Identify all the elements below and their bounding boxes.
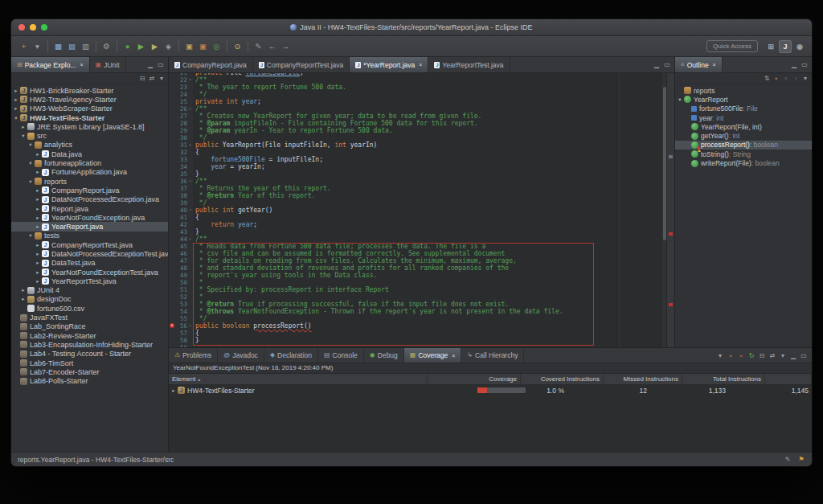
editor-tab-companyreporttest-java[interactable]: JCompanyReportTest.java xyxy=(253,57,350,72)
writable-indicator-icon[interactable]: ✎ xyxy=(784,456,792,463)
overview-ruler[interactable] xyxy=(666,73,674,347)
expand-arrow-icon[interactable]: ▾ xyxy=(27,160,34,166)
tree-item[interactable]: ▾reports xyxy=(11,177,168,186)
tree-item[interactable]: ▸JYearReportTest.java xyxy=(11,277,168,285)
column-header-covered-instructions[interactable]: Covered Instructions xyxy=(521,374,604,384)
minimize-view-icon[interactable]: ▁ xyxy=(789,352,797,359)
run-icon[interactable]: ▶ xyxy=(135,39,147,53)
column-header-coverage[interactable]: Coverage xyxy=(428,374,521,384)
expand-arrow-icon[interactable]: ▾ xyxy=(27,232,34,239)
expand-arrow-icon[interactable]: ▸ xyxy=(13,88,19,94)
expand-arrow-icon[interactable]: ▾ xyxy=(27,141,34,148)
tree-item[interactable]: ▸JHW1-BrickBreaker-Starter xyxy=(11,86,168,95)
outline-item[interactable]: ▾YearReport xyxy=(675,95,812,104)
tree-item[interactable]: ▾fortuneapplication xyxy=(11,158,168,167)
editor-tab-companyreport-java[interactable]: JCompanyReport.java xyxy=(169,57,253,72)
expand-arrow-icon[interactable]: ▾ xyxy=(677,96,683,103)
titlebar[interactable]: Java II - HW4-TextFiles-Starter/src/repo… xyxy=(11,19,812,36)
tree-item[interactable]: ▸JCompanyReportTest.java xyxy=(11,240,168,249)
tab-package-explo[interactable]: ⊞Package Explo...× xyxy=(11,57,90,72)
occurrence-mark[interactable] xyxy=(669,155,673,158)
zoom-window-button[interactable] xyxy=(41,24,47,31)
new-dropdown-icon[interactable]: ▾ xyxy=(31,39,43,53)
collapse-all-icon[interactable]: ⊟ xyxy=(138,75,146,82)
tree-item[interactable]: fortune500.csv xyxy=(11,304,168,313)
tree-item[interactable]: Lab2-Review-Starter xyxy=(11,331,168,340)
outline-tree[interactable]: reports▾YearReportfortune500File : Filey… xyxy=(675,84,812,347)
close-icon[interactable]: × xyxy=(80,62,84,68)
notifications-icon[interactable]: ⚑ xyxy=(797,456,805,463)
fold-marker-icon[interactable]: • xyxy=(187,178,193,185)
tree-item[interactable]: ▾tests xyxy=(11,232,168,240)
expand-arrow-icon[interactable]: ▸ xyxy=(20,124,27,130)
tree-item[interactable]: ▾analytics xyxy=(11,141,168,150)
outline-menu-icon[interactable]: ▾ xyxy=(801,75,809,82)
minimize-view-icon[interactable]: ▁ xyxy=(146,61,154,68)
hide-static-members-icon[interactable]: ▫ xyxy=(782,75,790,82)
code-editor[interactable]: 21private File fortune500File;22•/**23 *… xyxy=(169,73,674,347)
error-marker-icon[interactable]: × xyxy=(170,323,174,328)
expand-arrow-icon[interactable]: ▸ xyxy=(35,169,41,175)
outline-item[interactable]: toString() : String xyxy=(675,150,812,158)
close-icon[interactable]: × xyxy=(419,62,422,68)
error-mark[interactable] xyxy=(669,232,673,236)
tree-item[interactable]: Lab4 - Testing Account - Starter xyxy=(11,350,168,359)
fold-marker-icon[interactable]: • xyxy=(187,207,193,214)
tree-item[interactable]: Lab8-Polls-Starter xyxy=(11,377,168,386)
debug-perspective-icon[interactable]: ◉ xyxy=(793,40,806,53)
outline-item[interactable]: year : int xyxy=(675,113,812,122)
tree-item[interactable]: ▸JRE System Library [JavaSE-1.8] xyxy=(11,122,168,131)
coverage-sessions-dropdown-icon[interactable]: ▾ xyxy=(716,352,724,359)
external-tools-icon[interactable]: ◈ xyxy=(162,39,174,53)
tree-item[interactable]: ▸JYearNotFoundExceptionTest.java xyxy=(11,268,168,277)
expand-arrow-icon[interactable]: ▸ xyxy=(35,251,41,257)
minimize-view-icon[interactable]: ▁ xyxy=(790,61,798,68)
expand-arrow-icon[interactable]: ▸ xyxy=(35,260,41,266)
maximize-view-icon[interactable]: ▭ xyxy=(800,61,809,68)
tab-debug[interactable]: ◉Debug xyxy=(364,348,404,363)
close-icon[interactable]: × xyxy=(713,62,716,68)
tab-problems[interactable]: ⚠Problems xyxy=(169,348,218,363)
save-all-icon[interactable]: ▤ xyxy=(66,39,78,53)
last-edit-location-icon[interactable]: ✎ xyxy=(252,39,264,53)
tree-item[interactable]: ▸JYearNotFoundException.java xyxy=(11,213,168,222)
tree-item[interactable]: Lab6-TimSort xyxy=(11,359,168,367)
hide-fields-icon[interactable]: ▪ xyxy=(772,75,780,82)
maximize-view-icon[interactable]: ▭ xyxy=(800,352,808,359)
view-menu-icon[interactable]: ▾ xyxy=(158,75,166,82)
tab-outline[interactable]: ≡Outline× xyxy=(675,57,723,72)
print-icon[interactable]: ▥ xyxy=(80,39,92,53)
column-header-blank[interactable] xyxy=(765,374,812,384)
open-perspective-icon[interactable]: ⊞ xyxy=(764,40,777,53)
new-wizard-icon[interactable]: + xyxy=(18,39,30,53)
remove-session-icon[interactable]: × xyxy=(727,352,735,359)
tree-item[interactable]: JavaFXTest xyxy=(11,313,168,322)
expand-arrow-icon[interactable]: ▸ xyxy=(13,105,19,112)
expand-arrow-icon[interactable]: ▸ xyxy=(35,223,41,230)
tree-item[interactable]: ▸designDoc xyxy=(11,295,168,304)
outline-item[interactable]: writeReport(File) : boolean xyxy=(675,158,812,167)
tree-item[interactable]: ▾JHW4-TextFiles-Starter xyxy=(11,113,168,122)
expand-arrow-icon[interactable]: ▸ xyxy=(35,151,41,158)
new-package-icon[interactable]: ▣ xyxy=(197,39,209,53)
tree-item[interactable]: ▸JCompanyReport.java xyxy=(11,186,168,195)
tree-item[interactable]: ▾src xyxy=(11,131,168,140)
expand-arrow-icon[interactable]: ▸ xyxy=(20,296,27,302)
fold-marker-icon[interactable]: • xyxy=(187,141,193,149)
tab-call-hierarchy[interactable]: ↳Call Hierarchy xyxy=(461,348,524,363)
tree-item[interactable]: ▸JData.java xyxy=(11,150,168,158)
expand-arrow-icon[interactable]: ▸ xyxy=(35,278,41,285)
java-perspective-icon[interactable]: J xyxy=(779,40,792,53)
outline-item[interactable]: reports xyxy=(675,86,812,95)
save-icon[interactable]: ▦ xyxy=(52,39,64,53)
tab-console[interactable]: ▤Console xyxy=(318,348,364,363)
maximize-view-icon[interactable]: ▭ xyxy=(663,61,671,68)
tree-item[interactable]: ▸JDataNotProcessedExceptionTest.java xyxy=(11,249,168,258)
tree-item[interactable]: ▸JYearReport.java xyxy=(11,222,168,231)
tree-item[interactable]: ▸JHW2-TravelAgency-Starter xyxy=(11,95,168,104)
expand-arrow-icon[interactable]: ▸ xyxy=(13,96,19,103)
expand-arrow-icon[interactable]: ▸ xyxy=(35,242,41,248)
fold-marker-icon[interactable]: • xyxy=(187,322,193,330)
maximize-view-icon[interactable]: ▭ xyxy=(157,61,165,68)
tab-coverage[interactable]: ▦Coverage× xyxy=(404,348,462,363)
